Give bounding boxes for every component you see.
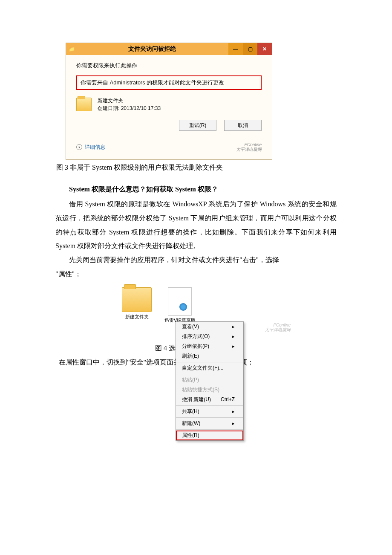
ctx-customize-folder[interactable]: 自定义文件夹(F)... xyxy=(176,363,243,373)
cancel-button[interactable]: 取消 xyxy=(224,120,262,131)
maximize-button[interactable]: ▢ xyxy=(243,43,257,55)
ctx-separator xyxy=(176,429,243,430)
ctx-group[interactable]: 分组依据(P) xyxy=(176,341,243,351)
desktop-file-item[interactable]: 迅雷VIP尊享版 xyxy=(164,287,196,324)
divider xyxy=(66,137,272,137)
dialog-title: 文件夹访问被拒绝 xyxy=(75,45,228,53)
dialog-footer: ▾ 详细信息 PConline 太平洋电脑网 xyxy=(76,141,262,155)
figure3-caption: 图 3 非属于 System 权限级别的用户权限无法删除文件夹 xyxy=(56,163,337,172)
close-button[interactable]: ✕ xyxy=(257,43,272,55)
paragraph-1: 借用 System 权限的原理是微软在 WindowsXP 系统后为了保护 Wi… xyxy=(55,197,337,253)
ctx-separator xyxy=(176,362,243,362)
folder-created-date: 创建日期: 2013/12/10 17:33 xyxy=(98,104,161,112)
retry-button[interactable]: 重试(R) xyxy=(179,120,216,131)
file-icon xyxy=(168,287,192,315)
ctx-refresh[interactable]: 刷新(E) xyxy=(176,351,243,361)
folder-info-text: 新建文件夹 创建日期: 2013/12/10 17:33 xyxy=(98,97,161,112)
admin-permission-message: 你需要来自 Administrators 的权限才能对此文件夹进行更改 xyxy=(76,75,262,90)
details-toggle[interactable]: ▾ 详细信息 xyxy=(76,144,105,151)
ctx-undo[interactable]: 撤消 新建(U)Ctrl+Z xyxy=(176,395,243,405)
details-label: 详细信息 xyxy=(85,144,105,151)
ctx-paste: 粘贴(P) xyxy=(176,375,243,385)
ctx-sort[interactable]: 排序方式(O) xyxy=(176,332,243,341)
figure4-watermark: PConline 太平洋电脑网 xyxy=(265,323,291,332)
ctx-paste-shortcut: 粘贴快捷方式(S) xyxy=(176,385,243,395)
ctx-separator xyxy=(176,405,243,406)
ctx-separator xyxy=(176,417,243,418)
watermark-line1: PConline xyxy=(236,142,262,147)
section-heading: System 权限是什么意思？如何获取 System 权限？ xyxy=(55,185,337,194)
watermark-line1: PConline xyxy=(265,323,291,327)
permission-message: 你需要权限来执行此操作 xyxy=(76,62,262,69)
watermark-line2: 太平洋电脑网 xyxy=(265,327,291,332)
paragraph-2-line2: "属性"； xyxy=(55,267,337,281)
ctx-view[interactable]: 查看(V) xyxy=(176,322,243,332)
desktop-folder-label: 新建文件夹 xyxy=(122,314,152,320)
dialog-icon: 📁 xyxy=(69,46,75,52)
dialog-folder-access-denied: 📁 文件夹访问被拒绝 — ▢ ✕ 你需要权限来执行此操作 你需要来自 Admin… xyxy=(66,43,272,160)
folder-name: 新建文件夹 xyxy=(98,97,161,104)
watermark-line2: 太平洋电脑网 xyxy=(236,147,262,152)
figure4: 新建文件夹 迅雷VIP尊享版 查看(V) 排序方式(O) 分组依据(P) 刷新(… xyxy=(119,287,273,326)
ctx-properties[interactable]: 属性(R) xyxy=(176,431,243,440)
paragraph-2-line1: 先关闭当前需要操作的应用程序，针对文件或文件夹进行"右击"，选择 xyxy=(55,253,337,267)
ctx-separator xyxy=(176,374,243,374)
watermark: PConline 太平洋电脑网 xyxy=(236,142,262,152)
ctx-new[interactable]: 新建(W) xyxy=(176,419,243,428)
dialog-button-row: 重试(R) 取消 xyxy=(76,118,262,137)
minimize-button[interactable]: — xyxy=(228,43,243,55)
window-buttons: — ▢ ✕ xyxy=(228,43,272,55)
dialog-titlebar: 📁 文件夹访问被拒绝 — ▢ ✕ xyxy=(66,43,272,55)
folder-info-row: 新建文件夹 创建日期: 2013/12/10 17:33 xyxy=(76,96,262,118)
document-body: 📁 文件夹访问被拒绝 — ▢ ✕ 你需要权限来执行此操作 你需要来自 Admin… xyxy=(0,0,392,395)
dialog-body: 你需要权限来执行此操作 你需要来自 Administrators 的权限才能对此… xyxy=(66,55,272,159)
chevron-down-icon: ▾ xyxy=(76,144,82,150)
ctx-undo-shortcut: Ctrl+Z xyxy=(221,396,235,402)
desktop-folder-item[interactable]: 新建文件夹 xyxy=(122,287,152,324)
folder-icon xyxy=(76,98,92,111)
folder-icon xyxy=(122,287,152,312)
context-menu: 查看(V) 排序方式(O) 分组依据(P) 刷新(E) 自定义文件夹(F)...… xyxy=(176,321,244,441)
ctx-share[interactable]: 共享(H) xyxy=(176,407,243,416)
desktop-icons-row: 新建文件夹 迅雷VIP尊享版 xyxy=(119,287,273,326)
